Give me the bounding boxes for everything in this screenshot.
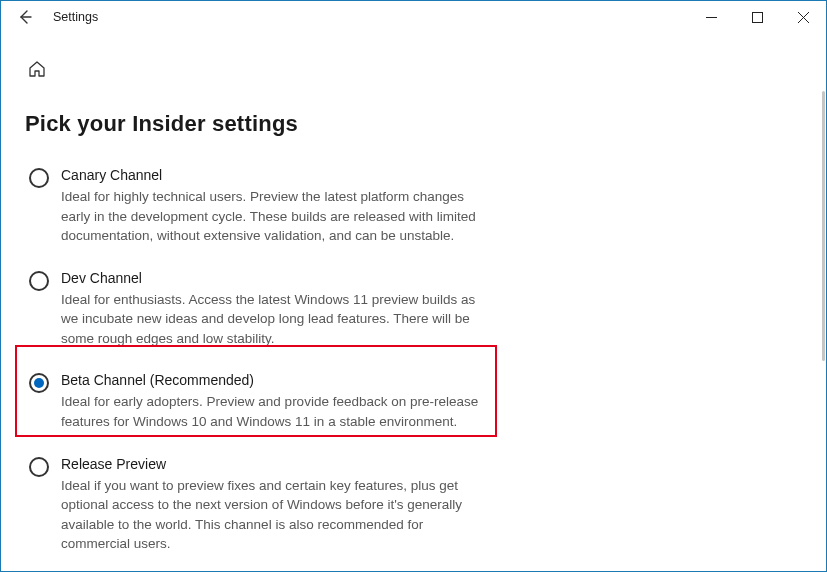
titlebar: Settings [1,1,826,33]
option-body: Beta Channel (Recommended) Ideal for ear… [61,372,481,431]
option-description: Ideal if you want to preview fixes and c… [61,476,481,554]
back-button[interactable] [9,1,41,33]
option-description: Ideal for highly technical users. Previe… [61,187,481,246]
minimize-button[interactable] [688,1,734,33]
option-label: Dev Channel [61,270,481,286]
svg-rect-2 [752,12,762,22]
window-title: Settings [53,10,98,24]
option-description: Ideal for early adopters. Preview and pr… [61,392,481,431]
option-body: Release Preview Ideal if you want to pre… [61,456,481,554]
nav-row [1,33,826,83]
minimize-icon [706,12,717,23]
option-beta[interactable]: Beta Channel (Recommended) Ideal for ear… [25,366,485,449]
radio-canary[interactable] [29,168,49,188]
home-icon [27,59,47,79]
option-body: Canary Channel Ideal for highly technica… [61,167,481,246]
close-icon [798,12,809,23]
arrow-left-icon [17,9,33,25]
content-area: Pick your Insider settings Canary Channe… [1,83,826,572]
option-label: Canary Channel [61,167,481,183]
maximize-icon [752,12,763,23]
home-button[interactable] [23,55,51,83]
radio-dev[interactable] [29,271,49,291]
option-label: Release Preview [61,456,481,472]
option-dev[interactable]: Dev Channel Ideal for enthusiasts. Acces… [25,264,485,367]
scrollbar[interactable] [822,91,825,361]
settings-window: Settings Pick your Insider settings Cana… [0,0,827,572]
option-body: Dev Channel Ideal for enthusiasts. Acces… [61,270,481,349]
window-controls [688,1,826,33]
radio-release[interactable] [29,457,49,477]
maximize-button[interactable] [734,1,780,33]
option-description: Ideal for enthusiasts. Access the latest… [61,290,481,349]
option-canary[interactable]: Canary Channel Ideal for highly technica… [25,161,485,264]
option-label: Beta Channel (Recommended) [61,372,481,388]
page-title: Pick your Insider settings [25,111,802,137]
option-release[interactable]: Release Preview Ideal if you want to pre… [25,450,485,572]
insider-options: Canary Channel Ideal for highly technica… [25,161,485,572]
close-button[interactable] [780,1,826,33]
radio-beta[interactable] [29,373,49,393]
